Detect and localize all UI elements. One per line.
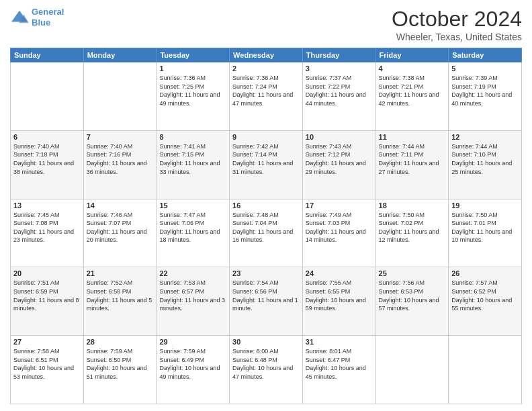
day-number: 13 bbox=[13, 201, 81, 210]
day-info: Sunrise: 7:59 AM Sunset: 6:50 PM Dayligh… bbox=[87, 347, 154, 381]
calendar-cell: 16Sunrise: 7:48 AM Sunset: 7:04 PM Dayli… bbox=[230, 199, 303, 267]
title-block: October 2024 Wheeler, Texas, United Stat… bbox=[392, 7, 522, 42]
header: General Blue October 2024 Wheeler, Texas… bbox=[10, 7, 522, 42]
location-subtitle: Wheeler, Texas, United States bbox=[392, 32, 522, 42]
day-number: 6 bbox=[13, 133, 81, 141]
day-info: Sunrise: 7:41 AM Sunset: 7:15 PM Dayligh… bbox=[159, 142, 226, 176]
calendar-cell: 9Sunrise: 7:42 AM Sunset: 7:14 PM Daylig… bbox=[230, 130, 303, 199]
weekday-header-saturday: Saturday bbox=[449, 48, 522, 62]
day-info: Sunrise: 7:54 AM Sunset: 6:56 PM Dayligh… bbox=[232, 279, 300, 312]
day-info: Sunrise: 7:55 AM Sunset: 6:55 PM Dayligh… bbox=[306, 279, 373, 312]
weekday-header-tuesday: Tuesday bbox=[157, 48, 230, 62]
calendar-cell bbox=[449, 336, 522, 404]
day-number: 30 bbox=[232, 338, 300, 346]
day-info: Sunrise: 7:48 AM Sunset: 7:04 PM Dayligh… bbox=[232, 211, 300, 244]
calendar-cell: 28Sunrise: 7:59 AM Sunset: 6:50 PM Dayli… bbox=[83, 336, 157, 404]
day-info: Sunrise: 7:51 AM Sunset: 6:59 PM Dayligh… bbox=[13, 279, 81, 312]
day-number: 25 bbox=[379, 269, 446, 277]
weekday-header-wednesday: Wednesday bbox=[230, 48, 303, 62]
day-number: 29 bbox=[159, 338, 226, 346]
day-number: 4 bbox=[379, 64, 446, 73]
calendar-cell: 29Sunrise: 7:59 AM Sunset: 6:49 PM Dayli… bbox=[157, 336, 230, 404]
weekday-header-thursday: Thursday bbox=[302, 48, 375, 62]
calendar-cell: 5Sunrise: 7:39 AM Sunset: 7:19 PM Daylig… bbox=[449, 62, 522, 131]
calendar-cell: 13Sunrise: 7:45 AM Sunset: 7:08 PM Dayli… bbox=[11, 199, 84, 267]
calendar-cell: 19Sunrise: 7:50 AM Sunset: 7:01 PM Dayli… bbox=[449, 199, 522, 267]
day-number: 22 bbox=[159, 269, 226, 277]
day-number: 24 bbox=[306, 269, 373, 277]
calendar-cell: 14Sunrise: 7:46 AM Sunset: 7:07 PM Dayli… bbox=[83, 199, 157, 267]
weekday-header-friday: Friday bbox=[375, 48, 449, 62]
day-info: Sunrise: 7:52 AM Sunset: 6:58 PM Dayligh… bbox=[87, 279, 154, 312]
calendar-week-2: 6Sunrise: 7:40 AM Sunset: 7:18 PM Daylig… bbox=[11, 130, 522, 199]
calendar-cell: 12Sunrise: 7:44 AM Sunset: 7:10 PM Dayli… bbox=[449, 130, 522, 199]
calendar-cell: 6Sunrise: 7:40 AM Sunset: 7:18 PM Daylig… bbox=[11, 130, 84, 199]
day-info: Sunrise: 7:36 AM Sunset: 7:25 PM Dayligh… bbox=[159, 74, 226, 107]
calendar-week-3: 13Sunrise: 7:45 AM Sunset: 7:08 PM Dayli… bbox=[11, 199, 522, 267]
calendar-cell: 2Sunrise: 7:36 AM Sunset: 7:24 PM Daylig… bbox=[230, 62, 303, 131]
calendar-week-4: 20Sunrise: 7:51 AM Sunset: 6:59 PM Dayli… bbox=[11, 267, 522, 336]
day-number: 26 bbox=[451, 269, 519, 277]
day-info: Sunrise: 7:45 AM Sunset: 7:08 PM Dayligh… bbox=[13, 211, 81, 244]
day-number: 20 bbox=[13, 269, 81, 277]
logo-line1: General bbox=[32, 7, 64, 17]
calendar-week-5: 27Sunrise: 7:58 AM Sunset: 6:51 PM Dayli… bbox=[11, 336, 522, 404]
day-info: Sunrise: 7:43 AM Sunset: 7:12 PM Dayligh… bbox=[306, 142, 373, 176]
logo-line2: Blue bbox=[32, 17, 50, 28]
day-info: Sunrise: 7:58 AM Sunset: 6:51 PM Dayligh… bbox=[13, 347, 81, 381]
day-info: Sunrise: 7:42 AM Sunset: 7:14 PM Dayligh… bbox=[232, 142, 300, 176]
day-info: Sunrise: 7:38 AM Sunset: 7:21 PM Dayligh… bbox=[379, 74, 446, 107]
calendar-cell: 21Sunrise: 7:52 AM Sunset: 6:58 PM Dayli… bbox=[83, 267, 157, 336]
calendar-cell: 15Sunrise: 7:47 AM Sunset: 7:06 PM Dayli… bbox=[157, 199, 230, 267]
day-info: Sunrise: 7:39 AM Sunset: 7:19 PM Dayligh… bbox=[451, 74, 519, 107]
calendar-cell: 3Sunrise: 7:37 AM Sunset: 7:22 PM Daylig… bbox=[302, 62, 375, 131]
day-info: Sunrise: 7:46 AM Sunset: 7:07 PM Dayligh… bbox=[87, 211, 154, 244]
day-info: Sunrise: 7:59 AM Sunset: 6:49 PM Dayligh… bbox=[159, 347, 226, 381]
day-number: 21 bbox=[87, 269, 154, 277]
day-number: 10 bbox=[306, 133, 373, 141]
day-number: 19 bbox=[451, 201, 519, 210]
calendar-week-1: 1Sunrise: 7:36 AM Sunset: 7:25 PM Daylig… bbox=[11, 62, 522, 131]
calendar-cell: 1Sunrise: 7:36 AM Sunset: 7:25 PM Daylig… bbox=[157, 62, 230, 131]
day-info: Sunrise: 7:53 AM Sunset: 6:57 PM Dayligh… bbox=[159, 279, 226, 312]
calendar-cell: 23Sunrise: 7:54 AM Sunset: 6:56 PM Dayli… bbox=[230, 267, 303, 336]
calendar-cell: 30Sunrise: 8:00 AM Sunset: 6:48 PM Dayli… bbox=[230, 336, 303, 404]
logo-text: General Blue bbox=[32, 7, 64, 28]
calendar-cell: 24Sunrise: 7:55 AM Sunset: 6:55 PM Dayli… bbox=[302, 267, 375, 336]
weekday-header-sunday: Sunday bbox=[11, 48, 84, 62]
day-info: Sunrise: 8:01 AM Sunset: 6:47 PM Dayligh… bbox=[306, 347, 373, 381]
day-number: 2 bbox=[232, 64, 300, 73]
day-number: 7 bbox=[87, 133, 154, 141]
day-info: Sunrise: 7:49 AM Sunset: 7:03 PM Dayligh… bbox=[306, 211, 373, 244]
weekday-header-monday: Monday bbox=[83, 48, 157, 62]
page: General Blue October 2024 Wheeler, Texas… bbox=[0, 0, 532, 411]
day-number: 11 bbox=[379, 133, 446, 141]
day-number: 31 bbox=[306, 338, 373, 346]
calendar: SundayMondayTuesdayWednesdayThursdayFrid… bbox=[10, 48, 522, 404]
calendar-cell: 7Sunrise: 7:40 AM Sunset: 7:16 PM Daylig… bbox=[83, 130, 157, 199]
calendar-cell: 22Sunrise: 7:53 AM Sunset: 6:57 PM Dayli… bbox=[157, 267, 230, 336]
calendar-cell: 20Sunrise: 7:51 AM Sunset: 6:59 PM Dayli… bbox=[11, 267, 84, 336]
logo-icon bbox=[10, 9, 29, 26]
day-number: 1 bbox=[159, 64, 226, 73]
day-number: 8 bbox=[159, 133, 226, 141]
calendar-cell: 4Sunrise: 7:38 AM Sunset: 7:21 PM Daylig… bbox=[375, 62, 449, 131]
day-info: Sunrise: 7:36 AM Sunset: 7:24 PM Dayligh… bbox=[232, 74, 300, 107]
day-number: 9 bbox=[232, 133, 300, 141]
day-number: 12 bbox=[451, 133, 519, 141]
day-info: Sunrise: 7:40 AM Sunset: 7:18 PM Dayligh… bbox=[13, 142, 81, 176]
day-number: 28 bbox=[87, 338, 154, 346]
day-info: Sunrise: 7:56 AM Sunset: 6:53 PM Dayligh… bbox=[379, 279, 446, 312]
day-info: Sunrise: 7:47 AM Sunset: 7:06 PM Dayligh… bbox=[159, 211, 226, 244]
calendar-cell bbox=[11, 62, 84, 131]
day-info: Sunrise: 7:50 AM Sunset: 7:02 PM Dayligh… bbox=[379, 211, 446, 244]
day-number: 23 bbox=[232, 269, 300, 277]
day-info: Sunrise: 7:44 AM Sunset: 7:11 PM Dayligh… bbox=[379, 142, 446, 176]
day-number: 17 bbox=[306, 201, 373, 210]
day-info: Sunrise: 7:57 AM Sunset: 6:52 PM Dayligh… bbox=[451, 279, 519, 312]
calendar-cell: 18Sunrise: 7:50 AM Sunset: 7:02 PM Dayli… bbox=[375, 199, 449, 267]
logo: General Blue bbox=[10, 7, 64, 28]
day-info: Sunrise: 8:00 AM Sunset: 6:48 PM Dayligh… bbox=[232, 347, 300, 381]
calendar-cell: 17Sunrise: 7:49 AM Sunset: 7:03 PM Dayli… bbox=[302, 199, 375, 267]
calendar-cell: 11Sunrise: 7:44 AM Sunset: 7:11 PM Dayli… bbox=[375, 130, 449, 199]
